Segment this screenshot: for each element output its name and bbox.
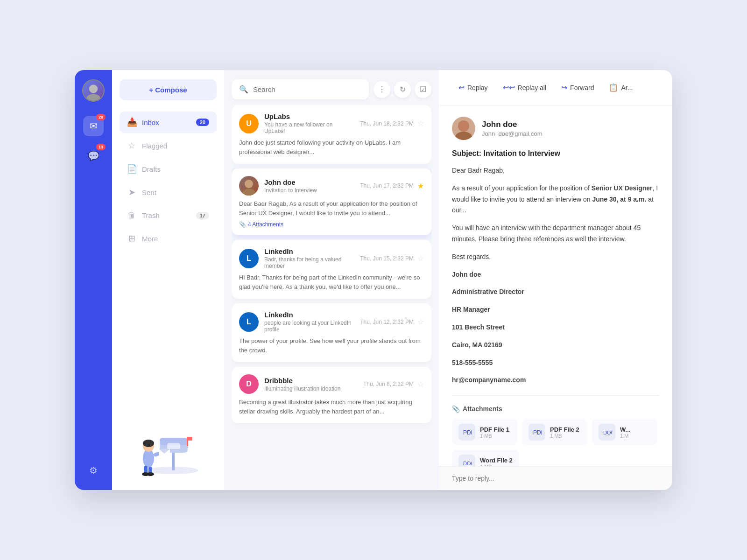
email-info-4: LinkedIn people are looking at your Link… <box>264 311 354 333</box>
attachment-label-2: 4 Attachments <box>248 221 283 228</box>
email-sender-3: LinkedIn <box>264 247 354 255</box>
trash-icon: 🗑 <box>127 210 136 220</box>
replay-icon: ↩ <box>458 83 465 92</box>
body-email: hr@companyname.com <box>452 375 659 386</box>
search-input[interactable] <box>253 85 361 93</box>
replay-all-button[interactable]: ↩↩ Replay all <box>496 79 553 96</box>
email-list-panel: 🔍 ⋮ ↻ ☑ U UpLabs You have a new follower… <box>224 70 439 490</box>
reply-bar <box>439 466 672 490</box>
email-avatar-2 <box>239 176 259 196</box>
mail-icon: ✉ <box>90 120 98 132</box>
email-card-2[interactable]: John doe Invitation to Interview Thu, Ju… <box>232 168 431 235</box>
svg-point-19 <box>245 180 253 188</box>
svg-text:DOC: DOC <box>463 461 472 466</box>
email-subject-5: Illuminating illustration ideation <box>264 385 358 392</box>
email-list: U UpLabs You have a new follower on UpLa… <box>232 105 431 481</box>
forward-button[interactable]: ↪ Forward <box>555 79 600 96</box>
archive-icon: 📋 <box>609 83 618 92</box>
pdf-icon-2: PDF <box>529 424 545 441</box>
email-card-4[interactable]: L LinkedIn people are looking at your Li… <box>232 303 431 362</box>
email-meta-3: Thu, Jun 15, 2:32 PM ☆ <box>360 254 424 263</box>
nav-item-more[interactable]: ⊞ More <box>120 228 217 249</box>
body-closing: Best regards, <box>452 252 659 263</box>
email-meta-5: Thu, Jun 8, 2:32 PM ☆ <box>363 380 424 389</box>
email-preview-5: Becoming a great illustrator takes much … <box>239 398 424 416</box>
icon-sidebar: ✉ 20 💬 13 ⚙ <box>75 70 112 490</box>
email-info-1: UpLabs You have a new follower on UpLabs… <box>264 112 354 134</box>
svg-point-22 <box>458 120 469 132</box>
star-icon-1[interactable]: ☆ <box>417 119 424 128</box>
email-detail-panel: ↩ Replay ↩↩ Replay all ↪ Forward 📋 Ar... <box>439 70 672 490</box>
word-icon-1: DOC <box>599 424 615 441</box>
body-phone: 518-555-5555 <box>452 357 659 369</box>
replay-label: Replay <box>467 84 488 91</box>
email-avatar-1: U <box>239 114 259 133</box>
email-card-5[interactable]: D Dribbble Illuminating illustration ide… <box>232 367 431 423</box>
email-avatar-4: L <box>239 312 259 332</box>
email-header-5: D Dribbble Illuminating illustration ide… <box>239 374 424 394</box>
star-icon-5[interactable]: ☆ <box>417 380 424 389</box>
attachment-pdf1[interactable]: PDF PDF File 1 1 MB <box>452 419 517 445</box>
attachment-name-3: W... <box>620 426 630 433</box>
attachment-size-3: 1 M <box>620 433 630 439</box>
attachment-tag-2: 📎 4 Attachments <box>239 221 424 228</box>
archive-button[interactable]: 📋 Ar... <box>602 79 639 96</box>
email-info-2: John doe Invitation to Interview <box>264 178 354 194</box>
email-preview-1: John doe just started following your act… <box>239 138 424 156</box>
body-p1: As a result of your application for the … <box>452 183 659 216</box>
select-all-button[interactable]: ☑ <box>415 81 431 98</box>
email-preview-4: The power of your profile. See how well … <box>239 336 424 355</box>
star-icon-4[interactable]: ☆ <box>417 317 424 326</box>
compose-button[interactable]: + Compose <box>120 79 217 100</box>
nav-item-drafts[interactable]: 📄 Drafts <box>120 158 217 180</box>
drafts-icon: 📄 <box>127 164 136 174</box>
more-options-button[interactable]: ⋮ <box>374 81 390 98</box>
forward-icon: ↪ <box>561 83 567 92</box>
attachment-name-1: PDF File 1 <box>480 426 509 433</box>
attachment-name-4: Word File 2 <box>480 457 513 464</box>
detail-sender-avatar <box>452 117 475 140</box>
attachment-info-4: Word File 2 1 MB <box>480 457 513 466</box>
attachment-word2[interactable]: DOC Word File 2 1 MB <box>452 450 519 466</box>
replay-button[interactable]: ↩ Replay <box>452 79 494 96</box>
email-date-1: Thu, Jun 18, 2:32 PM <box>360 120 414 127</box>
email-card-3[interactable]: L LinkedIn Badr, thanks for being a valu… <box>232 240 431 299</box>
detail-content: John doe John_doe@gmail.com Subject: Inv… <box>439 105 672 466</box>
sidebar-chat-btn[interactable]: 💬 13 <box>83 146 104 166</box>
nav-sidebar: + Compose 📥 Inbox 20 ☆ Flagged 📄 Drafts … <box>112 70 224 490</box>
avatar[interactable] <box>82 79 105 102</box>
nav-item-inbox[interactable]: 📥 Inbox 20 <box>120 112 217 133</box>
star-icon-2[interactable]: ★ <box>417 182 424 190</box>
chat-icon: 💬 <box>88 150 99 161</box>
attachments-label: Attachments <box>463 405 502 413</box>
attachments-section: 📎 Attachments PDF PDF File 1 1 MB <box>452 405 659 466</box>
reply-input[interactable] <box>452 475 659 482</box>
nav-item-trash[interactable]: 🗑 Trash 17 <box>120 205 217 226</box>
star-icon-3[interactable]: ☆ <box>417 254 424 263</box>
svg-text:PDF: PDF <box>463 429 472 436</box>
svg-rect-8 <box>187 437 192 441</box>
body-title: Administrative Director <box>452 287 659 298</box>
flagged-icon: ☆ <box>127 140 136 151</box>
email-header-2: John doe Invitation to Interview Thu, Ju… <box>239 176 424 196</box>
nav-item-sent[interactable]: ➤ Sent <box>120 182 217 203</box>
detail-body: Dear Badr Ragab, As a result of your app… <box>452 165 659 386</box>
svg-point-1 <box>86 94 100 102</box>
attachment-word1[interactable]: DOC W... 1 M <box>592 419 657 445</box>
attachment-pdf2[interactable]: PDF PDF File 2 1 MB <box>522 419 587 445</box>
paperclip-icon: 📎 <box>239 221 246 228</box>
search-bar: 🔍 <box>232 79 369 99</box>
body-greeting: Dear Badr Ragab, <box>452 165 659 176</box>
email-preview-3: Hi Badr, Thanks for being part of the Li… <box>239 273 424 291</box>
settings-button[interactable]: ⚙ <box>83 460 104 481</box>
email-sender-2: John doe <box>264 178 354 186</box>
email-card-1[interactable]: U UpLabs You have a new follower on UpLa… <box>232 105 431 164</box>
pdf-icon-1: PDF <box>458 424 475 441</box>
nav-item-flagged[interactable]: ☆ Flagged <box>120 135 217 156</box>
detail-toolbar: ↩ Replay ↩↩ Replay all ↪ Forward 📋 Ar... <box>439 70 672 105</box>
sidebar-mail-btn[interactable]: ✉ 20 <box>83 116 104 136</box>
refresh-button[interactable]: ↻ <box>394 81 411 98</box>
detail-subject: Subject: Invitation to Interview <box>452 149 659 158</box>
nav-label-trash: Trash <box>142 211 190 219</box>
inbox-icon: 📥 <box>127 117 136 127</box>
